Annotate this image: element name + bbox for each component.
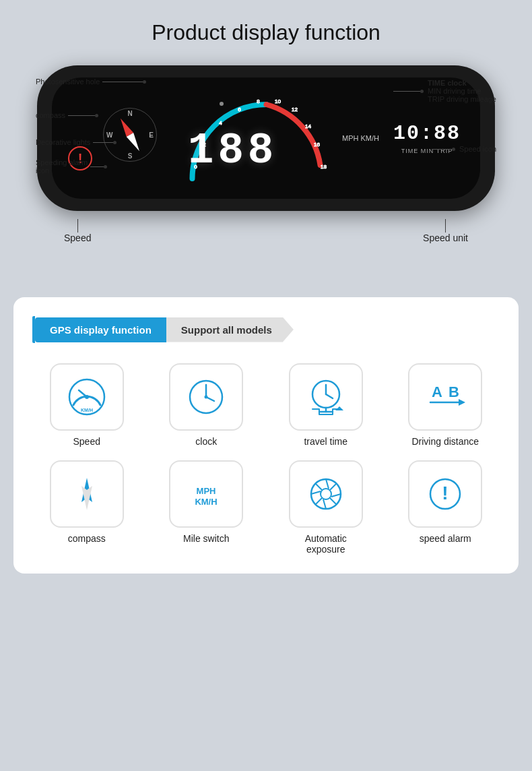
time-value: 10:88 [393,122,461,145]
svg-text:A: A [432,383,442,400]
svg-line-38 [315,483,322,490]
feature-mile-switch-label: Mile switch [183,533,229,544]
svg-text:MPH: MPH [197,486,216,496]
svg-text:KM/H: KM/H [81,408,93,412]
compass-south: S [128,152,133,160]
svg-line-37 [331,494,341,497]
feature-clock: clock [152,363,261,447]
ann-speed-icon: Speed icon [432,145,496,153]
feature-driving-distance-label: Driving distance [411,436,479,447]
photosensitive-dot [220,102,224,106]
svg-text:18: 18 [321,164,327,170]
ann-decorative-label: Decorative lights [36,138,90,146]
ann-speed-unit-bottom-label: Speed unit [423,233,468,243]
svg-text:B: B [448,383,459,400]
feature-auto-exposure-box [289,460,363,528]
feature-auto-exposure-label: Automatic exposure [305,533,347,555]
compass-feature-icon [67,474,107,514]
bottom-section: GPS display function Support all models … [13,297,519,574]
compass-east: E [149,131,154,139]
svg-line-41 [315,498,322,505]
bottom-annotations: Speed Speed unit [37,219,495,243]
ann-speed-icon-label: Speed icon [459,145,496,153]
ann-time-clock-label: TIME clock [428,79,466,87]
page-title: Product display function [152,20,380,45]
feature-travel-time: travel time [271,363,380,447]
svg-point-17 [205,396,208,399]
ann-speeding: Speeding alarm icon [36,158,107,175]
auto-exposure-icon [306,474,346,514]
tab-gps-display[interactable]: GPS display function [35,317,166,342]
ann-photosensitive-label: Photosensitive hole [36,78,100,86]
ann-speeding-label: Speeding alarm icon [36,158,88,175]
compass-needle-south [127,133,143,153]
svg-line-20 [326,394,333,398]
feature-driving-distance: A B Driving distance [391,363,500,447]
feature-speed: KM/H Speed [32,363,141,447]
compass-west: W [106,131,112,139]
feature-speed-label: Speed [73,436,100,447]
feature-travel-time-label: travel time [304,436,347,447]
svg-text:4: 4 [219,120,222,126]
feature-compass-box [50,460,124,528]
svg-line-40 [330,483,337,490]
ann-min-driving-label: MIN driving time [428,87,481,95]
icons-grid: KM/H Speed clock [32,363,500,555]
svg-line-36 [311,491,321,494]
feature-mile-switch-box: MPH KM/H [169,460,243,528]
travel-time-icon [306,377,346,417]
svg-point-33 [321,489,331,499]
ann-decorative: Decorative lights [36,138,117,146]
tab-header: GPS display function Support all models [32,316,500,343]
svg-line-35 [323,499,326,509]
feature-auto-exposure: Automatic exposure [271,460,380,555]
svg-text:12: 12 [292,106,298,113]
speedometer-icon: KM/H [67,377,107,417]
driving-distance-icon: A B [425,377,465,417]
ann-compass-label: compass [36,111,65,119]
gauge-area: 0 2 4 6 8 10 12 14 16 18 188 [174,91,331,185]
svg-point-12 [85,395,89,399]
feature-compass-label: compass [68,533,106,544]
feature-speed-alarm-label: speed alarm [420,533,471,544]
ann-photosensitive: Photosensitive hole [36,78,146,86]
ann-speed-bottom-label: Speed [64,233,91,243]
svg-line-34 [326,479,329,489]
ann-speed-bottom: Speed [64,219,91,243]
feature-speed-alarm: ! speed alarm [391,460,500,555]
feature-clock-box [169,363,243,431]
tab-support-all[interactable]: Support all models [166,317,294,342]
mile-switch-icon: MPH KM/H [186,474,226,514]
speed-unit-label: MPH KM/H [342,133,379,144]
ann-time-clock: TIME clock MIN driving time TRIP driving… [393,79,496,103]
device-diagram: ! N S E W [37,65,495,243]
svg-text:14: 14 [305,123,311,129]
feature-clock-label: clock [195,436,217,447]
feature-compass: compass [32,460,141,555]
svg-text:16: 16 [314,142,320,148]
speed-value-display: 188 [188,127,277,175]
speed-unit-area: MPH KM/H [342,133,379,144]
svg-text:KM/H: KM/H [195,497,218,507]
feature-mile-switch: MPH KM/H Mile switch [152,460,261,555]
ann-compass: compass [36,111,98,119]
feature-speed-alarm-box: ! [408,460,482,528]
ann-speed-unit-bottom: Speed unit [423,219,468,243]
speed-alarm-icon: ! [425,474,465,514]
feature-driving-distance-box: A B [408,363,482,431]
clock-icon [186,377,226,417]
svg-text:8: 8 [257,98,260,104]
svg-text:6: 6 [238,106,241,113]
svg-line-39 [330,498,337,505]
svg-text:10: 10 [275,98,281,104]
feature-travel-time-box [289,363,363,431]
feature-speed-box: KM/H [50,363,124,431]
svg-text:!: ! [442,483,448,503]
ann-trip-label: TRIP driving mileage [428,95,496,103]
compass-north: N [127,110,132,117]
svg-marker-27 [459,399,465,406]
